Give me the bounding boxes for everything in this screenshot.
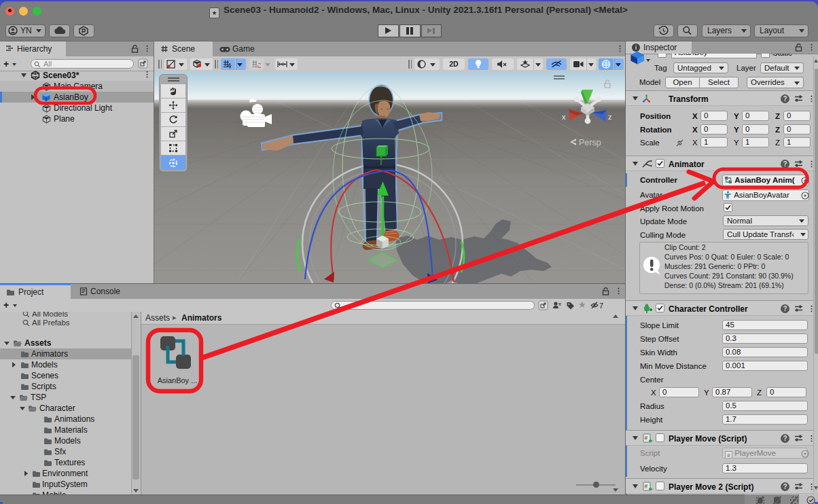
svg-text:z: z <box>608 113 612 121</box>
svg-text:Persp: Persp <box>579 138 601 147</box>
svg-text:x: x <box>562 113 566 121</box>
svg-text:7: 7 <box>599 302 603 310</box>
svg-text:y: y <box>585 81 589 89</box>
svg-text:#: # <box>645 483 648 490</box>
svg-text:#: # <box>645 435 648 442</box>
svg-text:Y: Y <box>228 64 232 69</box>
